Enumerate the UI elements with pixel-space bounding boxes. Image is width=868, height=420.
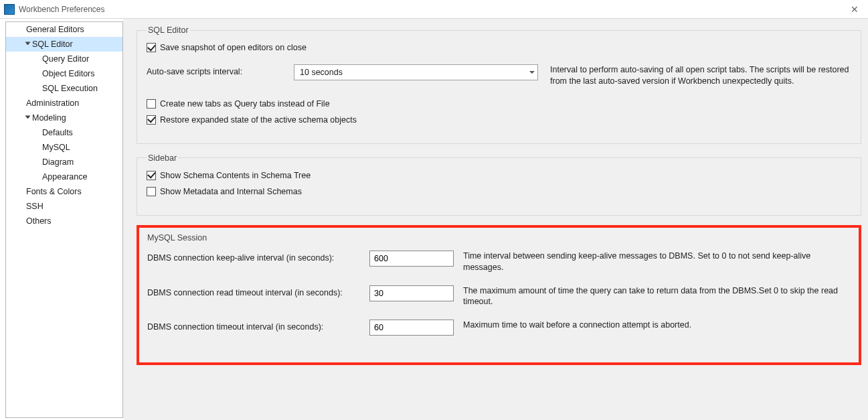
nav-item[interactable]: Appearance	[6, 169, 122, 184]
nav-item-label: SQL Editor	[32, 40, 73, 49]
group-legend: SQL Editor	[147, 25, 190, 35]
nav-item[interactable]: SQL Editor	[6, 37, 122, 52]
nav-item-label: General Editors	[26, 25, 84, 34]
read-timeout-label: DBMS connection read timeout interval (i…	[147, 285, 369, 297]
keep-alive-desc: Time interval between sending keep-alive…	[454, 251, 851, 273]
chevron-down-icon	[25, 42, 31, 46]
checkbox-label: Restore expanded state of the active sch…	[160, 115, 357, 125]
nav-item[interactable]: SSH	[6, 199, 122, 214]
nav-item[interactable]: Object Editors	[6, 66, 122, 81]
nav-item-label: Defaults	[42, 128, 73, 137]
nav-item-label: Diagram	[42, 157, 74, 167]
autosave-interval-combo[interactable]: 10 seconds	[294, 64, 538, 80]
checkbox-label: Show Schema Contents in Schema Tree	[160, 171, 311, 180]
preferences-nav: General EditorsSQL EditorQuery EditorObj…	[5, 21, 123, 418]
preferences-content: SQL Editor Save snapshot of open editors…	[123, 19, 868, 420]
checkbox-restore-expanded[interactable]: Restore expanded state of the active sch…	[147, 115, 357, 125]
nav-item-label: SSH	[26, 202, 44, 211]
checkbox-icon	[147, 115, 156, 125]
read-timeout-desc: The maximum amount of time the query can…	[454, 285, 851, 308]
nav-item-label: Others	[26, 216, 52, 226]
keep-alive-label: DBMS connection keep-alive interval (in …	[147, 251, 369, 263]
nav-item-label: Query Editor	[42, 54, 89, 64]
checkbox-show-meta[interactable]: Show Metadata and Internal Schemas	[147, 187, 851, 196]
group-sidebar: Sidebar Show Schema Contents in Schema T…	[137, 153, 861, 216]
nav-item-label: Appearance	[42, 172, 87, 182]
checkbox-label: Create new tabs as Query tabs instead of…	[160, 99, 330, 109]
checkbox-icon	[147, 99, 156, 109]
conn-timeout-desc: Maximum time to wait before a connection…	[454, 320, 851, 331]
combo-value: 10 seconds	[300, 68, 343, 77]
autosave-desc: Interval to perform auto-saving of all o…	[538, 64, 851, 87]
checkbox-label: Save snapshot of open editors on close	[160, 43, 307, 52]
checkbox-icon	[147, 43, 156, 52]
nav-item-label: MySQL	[42, 143, 70, 152]
nav-item-label: Administration	[26, 98, 79, 108]
conn-timeout-input[interactable]	[369, 320, 454, 336]
keep-alive-input[interactable]	[369, 251, 454, 267]
nav-item-label: SQL Execution	[42, 84, 98, 93]
checkbox-show-schema[interactable]: Show Schema Contents in Schema Tree	[147, 171, 851, 180]
nav-item-label: Modeling	[32, 113, 66, 123]
nav-item[interactable]: Others	[6, 214, 122, 228]
nav-item[interactable]: Administration	[6, 96, 122, 111]
checkbox-create-tabs[interactable]: Create new tabs as Query tabs instead of…	[147, 99, 330, 109]
autosave-label: Auto-save scripts interval:	[147, 64, 294, 76]
chevron-down-icon	[529, 71, 535, 74]
titlebar: Workbench Preferences ✕	[0, 0, 868, 19]
nav-item[interactable]: Defaults	[6, 125, 122, 140]
chevron-down-icon	[25, 116, 31, 119]
nav-item-label: Object Editors	[42, 69, 95, 78]
group-mysql-session: MySQL Session DBMS connection keep-alive…	[137, 225, 861, 366]
window-title: Workbench Preferences	[19, 5, 105, 14]
nav-item[interactable]: SQL Execution	[6, 81, 122, 96]
nav-item[interactable]: Diagram	[6, 155, 122, 169]
nav-item[interactable]: General Editors	[6, 22, 122, 37]
checkbox-icon	[147, 187, 156, 196]
nav-item-label: Fonts & Colors	[26, 187, 82, 196]
checkbox-save-snapshot[interactable]: Save snapshot of open editors on close	[147, 43, 307, 52]
group-legend: Sidebar	[147, 153, 178, 163]
nav-item[interactable]: Fonts & Colors	[6, 184, 122, 199]
checkbox-icon	[147, 171, 156, 180]
conn-timeout-label: DBMS connection timeout interval (in sec…	[147, 320, 369, 332]
app-icon	[4, 4, 15, 15]
group-legend: MySQL Session	[147, 233, 851, 242]
close-icon[interactable]: ✕	[848, 3, 861, 16]
read-timeout-input[interactable]	[369, 285, 454, 301]
nav-item[interactable]: MySQL	[6, 140, 122, 155]
nav-item[interactable]: Modeling	[6, 111, 122, 125]
group-sql-editor: SQL Editor Save snapshot of open editors…	[137, 25, 861, 144]
nav-item[interactable]: Query Editor	[6, 52, 122, 66]
checkbox-label: Show Metadata and Internal Schemas	[160, 187, 302, 196]
